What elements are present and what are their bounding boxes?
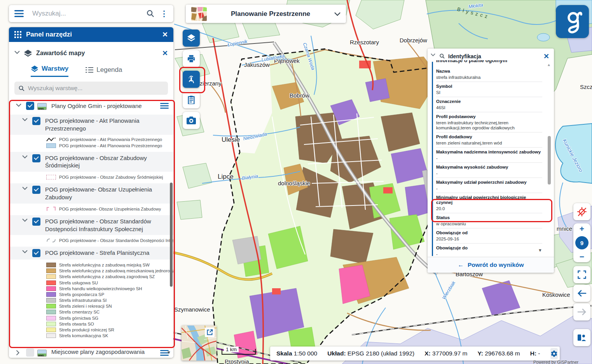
layer-checkbox[interactable] <box>32 186 40 194</box>
chevron-down-icon[interactable] <box>22 186 28 193</box>
layer-group-row[interactable]: POG projektowane - Akt Planowania Przest… <box>9 115 173 135</box>
arrow-left-icon: ← <box>458 261 464 268</box>
geolocation-off-button[interactable] <box>573 203 590 220</box>
chevron-down-icon[interactable] <box>22 118 28 124</box>
zoom-out-button[interactable]: − <box>580 253 584 260</box>
legend-entry: POG projektowane - Obszar Zabudowy Śródm… <box>9 174 173 180</box>
chevron-down-icon[interactable] <box>334 12 341 16</box>
color-swatch <box>46 280 56 285</box>
legend-entry: Strefa cmentarzy SC <box>9 309 173 315</box>
scroll-up-caret-icon[interactable]: ▲ <box>547 63 551 67</box>
chevron-right-icon[interactable] <box>16 350 22 356</box>
map-content-row: Zawartość mapy ✕ <box>14 47 168 59</box>
x-coordinate-readout: X: 377009.97 m <box>424 350 467 357</box>
zoom-level-badge: 9 <box>575 236 589 249</box>
tab-warstwy[interactable]: Warstwy <box>31 65 68 77</box>
layer-group-row[interactable]: POG projektowane - Obszar Standardów Dos… <box>9 215 173 235</box>
map-label-town: Ulesie <box>222 136 240 144</box>
color-swatch <box>46 286 56 291</box>
layer-search-input[interactable]: Wyszukaj warstwę... <box>14 82 168 95</box>
layer-group-row[interactable]: POG projektowane - Obszar Zabudowy Śródm… <box>9 152 173 172</box>
history-forward-button[interactable] <box>573 303 590 320</box>
legend-entry: Strefa komunikacyjna SK <box>9 333 173 339</box>
color-swatch <box>46 333 56 338</box>
layer-checkbox[interactable] <box>26 348 34 357</box>
close-icon[interactable]: ✕ <box>162 30 168 39</box>
scale-readout[interactable]: Skala 1:50 000 <box>276 350 317 357</box>
global-search-bar[interactable]: Wyszukaj... ⋮ <box>9 5 173 22</box>
layers-icon <box>31 65 38 72</box>
back-to-results-button[interactable]: ←Powrót do wyników <box>458 261 524 268</box>
settings-gear-icon[interactable] <box>550 348 558 359</box>
attribute-field: Obowiązuje od2025-09-16 <box>436 228 542 244</box>
chevron-down-icon[interactable] <box>431 53 437 59</box>
result-accent-rule <box>432 62 433 256</box>
layer-checkbox[interactable] <box>26 102 34 110</box>
strefa-legend-list: Strefa wielofunkcyjna z zabudową miejską… <box>9 262 173 338</box>
tree-scrollbar[interactable] <box>170 183 173 287</box>
fullscreen-button[interactable] <box>573 266 590 283</box>
y-coordinate-readout: Y: 296763.68 m <box>478 350 520 357</box>
gispartner-logo[interactable] <box>556 5 589 38</box>
color-swatch <box>46 316 56 320</box>
chevron-down-icon[interactable] <box>14 51 21 57</box>
chevron-down-icon[interactable] <box>22 155 28 161</box>
global-search-input[interactable]: Wyszukaj... <box>32 10 146 17</box>
layer-root-label: Plany Ogólne Gmin - projektowane <box>51 103 160 109</box>
color-swatch <box>46 310 56 314</box>
layer-checkbox[interactable] <box>32 218 40 226</box>
attribute-field: Nazwastrefa infrastrukturalna <box>436 67 542 82</box>
tab-legenda[interactable]: Legenda <box>86 66 122 77</box>
identify-tool-button[interactable] <box>183 71 200 88</box>
fill-swatch <box>46 143 56 148</box>
legend-entry: POG projektowane - Akt Planowania Przest… <box>9 136 173 143</box>
layers-legend-tabs: Warstwy Legenda <box>31 63 173 77</box>
layer-root-row[interactable]: Miejscowe plany zagospodarowania <box>9 345 173 358</box>
layer-checkbox[interactable] <box>32 154 40 162</box>
legend-entry: Strefa gospodarcza SP <box>9 291 173 297</box>
identify-footer: ←Powrót do wyników <box>428 257 554 273</box>
chevron-down-icon[interactable] <box>22 250 28 256</box>
wms-layer-icon <box>37 350 47 357</box>
chevron-down-icon[interactable] <box>22 218 28 225</box>
scroll-down-caret-icon[interactable]: ▼ <box>167 350 171 355</box>
close-icon[interactable]: ✕ <box>162 49 168 57</box>
clipboard-tool-button[interactable] <box>183 91 200 108</box>
legend-entry: POG projektowane- Obszar Uzupełnienia Za… <box>9 206 173 212</box>
more-options-icon[interactable]: ⋮ <box>160 12 168 15</box>
grid-icon[interactable] <box>14 31 21 38</box>
layer-group-row[interactable]: POG projektowane - Strefa Planistyczna <box>9 247 173 260</box>
status-bar: Skala 1:50 000 Układ: EPSG 2180 (układ 1… <box>270 347 560 361</box>
camera-tool-button[interactable] <box>183 112 200 129</box>
map-label-town: mnice <box>557 225 572 232</box>
identify-scrollbar[interactable] <box>548 136 551 185</box>
search-icon[interactable] <box>146 9 155 18</box>
close-icon[interactable]: ✕ <box>543 52 549 61</box>
layer-menu-icon[interactable] <box>160 103 169 109</box>
attribute-field-status: Statusw opracowaniu <box>436 213 542 228</box>
legend-entry: Strefa handlu wielkopowierzchniowego SH <box>9 286 173 291</box>
app-selector[interactable]: Planowanie Przestrzenne <box>186 5 346 23</box>
scroll-down-caret-icon[interactable]: ▼ <box>538 248 542 253</box>
layer-group-row[interactable]: POG projektowane- Obszar Uzupełnienia Za… <box>9 183 173 204</box>
crs-readout[interactable]: Układ: EPSG 2180 (układ 1992) <box>327 350 414 357</box>
app-selector-label: Planowanie Przestrzenne <box>207 10 334 18</box>
zoom-in-button[interactable]: + <box>580 225 584 232</box>
layer-checkbox[interactable] <box>32 249 40 257</box>
color-swatch <box>46 327 56 332</box>
layer-root-row[interactable]: Plany Ogólne Gmin - projektowane <box>9 100 173 111</box>
layers-tool-button[interactable] <box>183 30 200 47</box>
users-button[interactable] <box>573 329 590 346</box>
print-tool-button[interactable] <box>183 50 200 67</box>
color-swatch <box>46 263 56 267</box>
overview-map[interactable] <box>182 326 217 361</box>
map-label-town: dolnośląskie <box>278 180 310 186</box>
open-overview-icon[interactable] <box>205 327 215 337</box>
layer-checkbox[interactable] <box>32 117 40 125</box>
menu-icon[interactable] <box>14 10 24 17</box>
chevron-down-icon[interactable] <box>16 103 22 110</box>
line-symbol-swatch <box>46 137 56 142</box>
history-back-button[interactable] <box>573 285 590 302</box>
map-label-town: Jakuszów <box>244 61 270 68</box>
color-swatch <box>46 298 56 303</box>
